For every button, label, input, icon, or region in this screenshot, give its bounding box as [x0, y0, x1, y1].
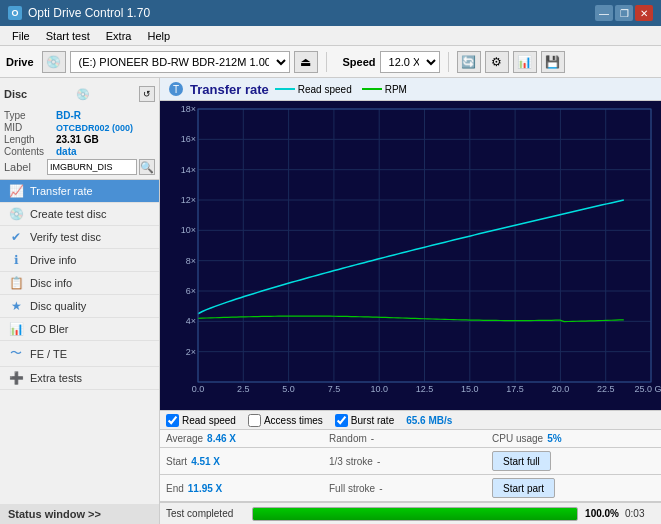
- progress-bar-outer: [252, 507, 578, 521]
- start-part-button[interactable]: Start part: [492, 478, 555, 498]
- speed-label: Speed: [343, 56, 376, 68]
- nav-label-transfer-rate: Transfer rate: [30, 185, 93, 197]
- svg-text:T: T: [173, 84, 179, 95]
- drive-info-icon: ℹ: [8, 253, 24, 267]
- disc-label-input[interactable]: [47, 159, 137, 175]
- disc-reload-button[interactable]: ↺: [139, 86, 155, 102]
- nav-item-verify-test-disc[interactable]: ✔ Verify test disc: [0, 226, 159, 249]
- stat-stroke-1-3-label: 1/3 stroke: [329, 456, 373, 467]
- extra-tests-icon: ➕: [8, 371, 24, 385]
- stat-cpu-label: CPU usage: [492, 433, 543, 444]
- legend-rpm-color: [362, 88, 382, 90]
- burst-rate-checkbox[interactable]: [335, 414, 348, 427]
- menu-start-test[interactable]: Start test: [38, 28, 98, 44]
- disc-contents-row: Contents data: [4, 146, 155, 157]
- stat-start-value: 4.51 X: [191, 456, 220, 467]
- drive-select[interactable]: (E:) PIONEER BD-RW BDR-212M 1.00: [70, 51, 290, 73]
- stat-cpu: CPU usage 5%: [492, 432, 655, 445]
- fe-te-icon: 〜: [8, 345, 24, 362]
- nav-label-drive-info: Drive info: [30, 254, 76, 266]
- stat-start-label: Start: [166, 456, 187, 467]
- progress-percent: 100.0%: [584, 508, 619, 519]
- restore-button[interactable]: ❐: [615, 5, 633, 21]
- burst-rate-checkbox-group: Burst rate: [335, 414, 394, 427]
- legend-read-speed-label: Read speed: [298, 84, 352, 95]
- nav-label-extra-tests: Extra tests: [30, 372, 82, 384]
- stat-full-stroke-label: Full stroke: [329, 483, 375, 494]
- access-times-checkbox[interactable]: [248, 414, 261, 427]
- stat-end: End 11.95 X: [166, 482, 329, 495]
- title-bar-left: O Opti Drive Control 1.70: [8, 6, 150, 20]
- status-window-button[interactable]: Status window >>: [0, 504, 159, 524]
- disc-info-icon: 📋: [8, 276, 24, 290]
- nav-item-drive-info[interactable]: ℹ Drive info: [0, 249, 159, 272]
- nav-item-disc-quality[interactable]: ★ Disc quality: [0, 295, 159, 318]
- nav-item-transfer-rate[interactable]: 📈 Transfer rate: [0, 180, 159, 203]
- disc-section: Disc 💿 ↺ Type BD-R MID OTCBDR002 (000) L…: [0, 78, 159, 180]
- access-times-checkbox-label: Access times: [264, 415, 323, 426]
- eject-button[interactable]: ⏏: [294, 51, 318, 73]
- stat-cpu-value: 5%: [547, 433, 561, 444]
- status-text: Test completed: [166, 508, 246, 519]
- disc-mid-label: MID: [4, 122, 56, 133]
- stat-average-value: 8.46 X: [207, 433, 236, 444]
- settings-button[interactable]: ⚙: [485, 51, 509, 73]
- stat-full-stroke-value: -: [379, 483, 382, 494]
- disc-contents-label: Contents: [4, 146, 56, 157]
- chart-header-icon: T: [168, 81, 184, 97]
- menu-extra[interactable]: Extra: [98, 28, 140, 44]
- disc-quality-icon: ★: [8, 299, 24, 313]
- nav-item-cd-bler[interactable]: 📊 CD Bler: [0, 318, 159, 341]
- verify-test-disc-icon: ✔: [8, 230, 24, 244]
- disc-mid-value: OTCBDR002 (000): [56, 123, 133, 133]
- stat-start-full-btn-cell: Start full: [492, 450, 655, 472]
- nav-item-fe-te[interactable]: 〜 FE / TE: [0, 341, 159, 367]
- chart-area: T Transfer rate Read speed RPM R: [160, 78, 661, 524]
- transfer-rate-icon: 📈: [8, 184, 24, 198]
- toolbar: Drive 💿 (E:) PIONEER BD-RW BDR-212M 1.00…: [0, 46, 661, 78]
- minimize-button[interactable]: —: [595, 5, 613, 21]
- nav-label-disc-quality: Disc quality: [30, 300, 86, 312]
- stat-average-label: Average: [166, 433, 203, 444]
- stats-row3: End 11.95 X Full stroke - Start part: [160, 475, 661, 502]
- info-button[interactable]: 📊: [513, 51, 537, 73]
- main-layout: Disc 💿 ↺ Type BD-R MID OTCBDR002 (000) L…: [0, 78, 661, 524]
- access-times-checkbox-group: Access times: [248, 414, 323, 427]
- legend-read-speed-color: [275, 88, 295, 90]
- disc-type-label: Type: [4, 110, 56, 121]
- nav-label-verify-test-disc: Verify test disc: [30, 231, 101, 243]
- app-icon: O: [8, 6, 22, 20]
- save-button[interactable]: 💾: [541, 51, 565, 73]
- left-panel: Disc 💿 ↺ Type BD-R MID OTCBDR002 (000) L…: [0, 78, 160, 524]
- window-title: Opti Drive Control 1.70: [28, 6, 150, 20]
- disc-type-row: Type BD-R: [4, 110, 155, 121]
- nav-label-disc-info: Disc info: [30, 277, 72, 289]
- read-speed-checkbox[interactable]: [166, 414, 179, 427]
- stat-start: Start 4.51 X: [166, 455, 329, 468]
- chart-title: Transfer rate: [190, 82, 269, 97]
- legend-read-speed: Read speed: [275, 84, 352, 95]
- refresh-button[interactable]: 🔄: [457, 51, 481, 73]
- burst-rate-checkbox-label: Burst rate: [351, 415, 394, 426]
- chart-canvas: [160, 101, 661, 410]
- disc-header: Disc 💿 ↺: [4, 82, 155, 106]
- menu-file[interactable]: File: [4, 28, 38, 44]
- disc-section-icon: 💿: [71, 82, 95, 106]
- start-full-button[interactable]: Start full: [492, 451, 551, 471]
- disc-label-icon-btn[interactable]: 🔍: [139, 159, 155, 175]
- disc-contents-value: data: [56, 146, 77, 157]
- drive-icon-btn[interactable]: 💿: [42, 51, 66, 73]
- title-bar: O Opti Drive Control 1.70 — ❐ ✕: [0, 0, 661, 26]
- menu-help[interactable]: Help: [139, 28, 178, 44]
- stat-stroke-1-3-value: -: [377, 456, 380, 467]
- toolbar-separator2: [448, 52, 449, 72]
- nav-item-create-test-disc[interactable]: 💿 Create test disc: [0, 203, 159, 226]
- disc-label-label: Label: [4, 161, 45, 173]
- close-button[interactable]: ✕: [635, 5, 653, 21]
- stat-start-part-btn-cell: Start part: [492, 477, 655, 499]
- speed-select[interactable]: 12.0 X ▼: [380, 51, 440, 73]
- nav-item-extra-tests[interactable]: ➕ Extra tests: [0, 367, 159, 390]
- read-speed-checkbox-group: Read speed: [166, 414, 236, 427]
- disc-section-label: Disc: [4, 88, 27, 100]
- nav-item-disc-info[interactable]: 📋 Disc info: [0, 272, 159, 295]
